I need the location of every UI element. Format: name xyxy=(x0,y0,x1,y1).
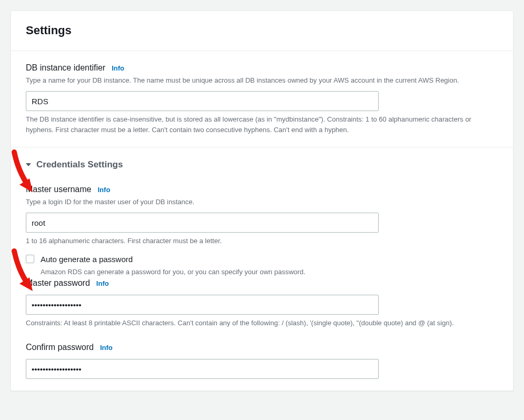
caret-down-icon xyxy=(26,163,31,166)
username-field: Master username Info Type a login ID for… xyxy=(26,183,498,246)
username-label: Master username xyxy=(26,183,92,196)
confirm-password-label: Confirm password xyxy=(26,341,94,354)
password-field: Master password Info Constraints: At lea… xyxy=(26,277,498,328)
confirm-password-info-link[interactable]: Info xyxy=(100,343,113,353)
autogen-label: Auto generate a password xyxy=(41,254,305,266)
credentials-expander[interactable]: Credentials Settings xyxy=(26,158,498,172)
password-constraint: Constraints: At least 8 printable ASCII … xyxy=(26,318,498,328)
panel-header: Settings xyxy=(11,11,513,51)
username-input[interactable] xyxy=(26,213,379,233)
identifier-constraint: The DB instance identifier is case-insen… xyxy=(26,114,498,135)
password-input[interactable] xyxy=(26,295,379,315)
settings-panel: Settings DB instance identifier Info Typ… xyxy=(11,11,513,391)
confirm-password-field: Confirm password Info xyxy=(26,341,498,379)
username-constraint: 1 to 16 alphanumeric characters. First c… xyxy=(26,236,498,246)
username-desc: Type a login ID for the master user of y… xyxy=(26,197,498,207)
identifier-field: DB instance identifier Info Type a name … xyxy=(26,62,498,135)
password-label: Master password xyxy=(26,277,90,289)
autogen-desc: Amazon RDS can generate a password for y… xyxy=(41,267,305,277)
credentials-expander-title: Credentials Settings xyxy=(36,158,123,172)
identifier-label: DB instance identifier xyxy=(26,62,105,74)
panel-title: Settings xyxy=(26,22,498,39)
credentials-section: Credentials Settings Master username Inf… xyxy=(11,147,513,391)
identifier-section: DB instance identifier Info Type a name … xyxy=(11,51,513,147)
identifier-info-link[interactable]: Info xyxy=(112,63,124,74)
identifier-input[interactable] xyxy=(26,91,379,111)
username-info-link[interactable]: Info xyxy=(98,185,111,195)
confirm-password-input[interactable] xyxy=(26,359,379,379)
identifier-desc: Type a name for your DB instance. The na… xyxy=(26,75,498,86)
autogen-row: Auto generate a password Amazon RDS can … xyxy=(26,254,498,277)
password-info-link[interactable]: Info xyxy=(96,278,109,289)
autogen-checkbox[interactable] xyxy=(26,255,34,263)
